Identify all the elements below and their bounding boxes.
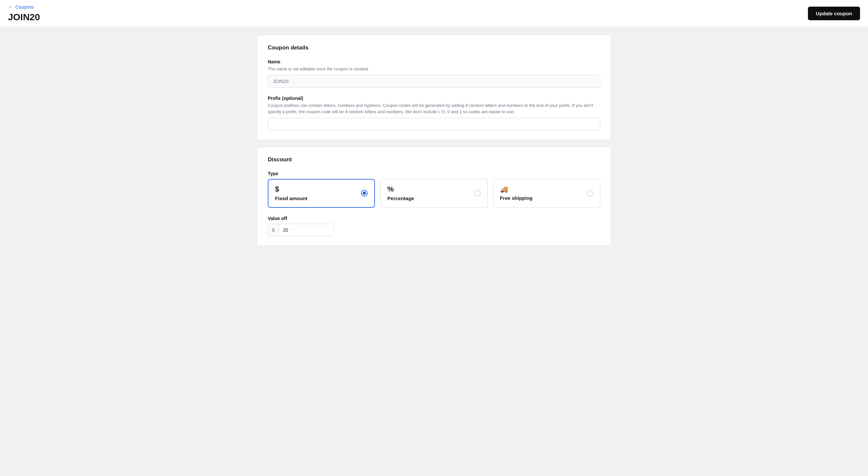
percentage-radio [474, 190, 481, 197]
discount-title: Discount [268, 156, 600, 163]
type-option-fixed-amount[interactable]: $ Fixed amount [268, 179, 375, 208]
type-option-free-shipping[interactable]: 🚚 Free shipping [493, 179, 600, 208]
page-title: JOIN20 [8, 12, 40, 23]
value-input[interactable] [279, 224, 334, 236]
name-input[interactable] [268, 75, 600, 88]
back-arrow-icon: ← [8, 4, 13, 10]
type-options: $ Fixed amount % Percentage [268, 179, 600, 208]
fixed-amount-radio [361, 190, 368, 197]
percent-icon: % [387, 185, 414, 193]
type-field-group: Type $ Fixed amount % Percenta [268, 171, 600, 208]
back-link[interactable]: ← Coupons [8, 4, 40, 10]
type-label: Type [268, 171, 600, 176]
update-coupon-button[interactable]: Update coupon [808, 7, 860, 20]
truck-icon: 🚚 [500, 186, 532, 192]
dollar-icon: $ [275, 185, 308, 193]
prefix-field-hint: Coupon prefixes can contain letters, num… [268, 102, 600, 115]
radio-dot [363, 191, 366, 195]
name-field-hint: The name is not editable once the coupon… [268, 66, 600, 72]
name-field-label: Name [268, 59, 600, 64]
coupon-details-card: Coupon details Name The name is not edit… [257, 35, 611, 140]
type-option-left: % Percentage [387, 185, 414, 201]
type-option-left: $ Fixed amount [275, 185, 308, 201]
percentage-label: Percentage [387, 196, 414, 201]
prefix-field-label: Prefix (optional) [268, 96, 600, 101]
value-input-wrap: $ [268, 224, 334, 236]
value-off-label: Value off [268, 216, 600, 221]
back-link-label: Coupons [15, 4, 34, 10]
value-prefix: $ [268, 224, 279, 236]
name-field-group: Name The name is not editable once the c… [268, 59, 600, 88]
prefix-field-group: Prefix (optional) Coupon prefixes can co… [268, 96, 600, 130]
coupon-details-title: Coupon details [268, 44, 600, 51]
free-shipping-radio [587, 190, 593, 197]
fixed-amount-label: Fixed amount [275, 196, 308, 201]
top-bar-left: ← Coupons JOIN20 [8, 4, 40, 23]
type-option-percentage[interactable]: % Percentage [380, 179, 488, 208]
discount-card: Discount Type $ Fixed amount % [257, 147, 611, 246]
prefix-input[interactable] [268, 118, 600, 130]
value-off-group: Value off $ [268, 216, 600, 236]
top-bar: ← Coupons JOIN20 Update coupon [0, 0, 868, 27]
free-shipping-label: Free shipping [500, 195, 532, 201]
type-option-left: 🚚 Free shipping [500, 186, 532, 201]
main-content: Coupon details Name The name is not edit… [251, 27, 617, 254]
